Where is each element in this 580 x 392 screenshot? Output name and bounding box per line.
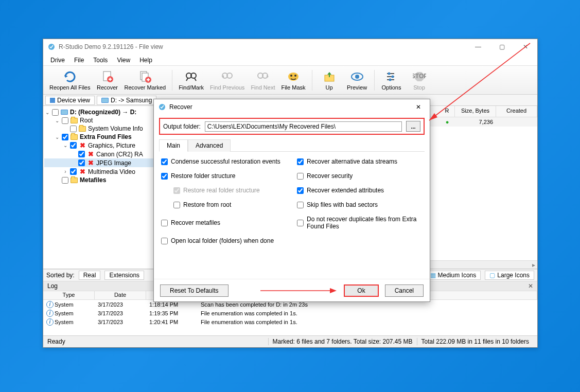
tree-label: Canon (CR2) RA xyxy=(96,151,143,158)
tree-root[interactable]: ⌄ D: (Recognized0) → D: xyxy=(44,108,154,116)
option-checkbox[interactable]: Skip files with bad sectors xyxy=(297,201,423,208)
minimize-button[interactable]: — xyxy=(466,39,490,55)
log-cell: 3/17/2023 xyxy=(95,310,146,316)
tool-find-previous[interactable]: Find Previous xyxy=(208,67,247,94)
expand-icon[interactable]: ⌄ xyxy=(54,118,60,123)
recover-dialog: Recover ✕ Output folder: ... Main Advanc… xyxy=(153,99,430,302)
col-size[interactable]: Size, Bytes xyxy=(455,106,496,117)
log-cell: 1:19:35 PM xyxy=(146,310,198,316)
tab-advanced[interactable]: Advanced xyxy=(188,139,231,152)
close-button[interactable]: ✕ xyxy=(514,39,537,55)
tree-checkbox[interactable] xyxy=(78,159,85,166)
ok-button[interactable]: Ok xyxy=(344,284,378,297)
tree-pane[interactable]: ⌄ D: (Recognized0) → D: ⌄RootSystem Volu… xyxy=(43,106,155,269)
tool-reopen-all[interactable]: Reopen All Files xyxy=(47,67,93,94)
option-checkbox[interactable]: Restore folder structure xyxy=(161,172,287,180)
menu-view[interactable]: View xyxy=(113,56,134,65)
x-red-icon: ✖ xyxy=(86,159,95,167)
window-controls: — ▢ ✕ xyxy=(466,39,537,55)
tool-stop[interactable]: STOPStop xyxy=(407,67,432,94)
tree-label: Extra Found Files xyxy=(80,133,132,140)
tree-checkbox[interactable] xyxy=(52,109,59,116)
expand-icon[interactable]: ⌄ xyxy=(54,134,60,140)
svg-point-17 xyxy=(355,75,359,79)
tree-label: Metafiles xyxy=(80,176,106,184)
option-checkbox[interactable]: Do not recover duplicate files from Extr… xyxy=(297,216,423,230)
tree-label: Multimedia Video xyxy=(88,168,135,175)
cell-size: 7,236 xyxy=(455,119,496,125)
option-checkbox[interactable]: Open local folder (folders) when done xyxy=(161,237,287,244)
log-close-button[interactable]: ✕ xyxy=(528,282,533,290)
log-cell-text: File enumeration was completed in 1s. xyxy=(198,319,537,325)
menu-help[interactable]: Help xyxy=(135,56,156,65)
tree-node[interactable]: System Volume Info xyxy=(44,124,154,133)
tool-find-mark[interactable]: Find/Mark xyxy=(177,67,206,94)
log-col-date[interactable]: Date xyxy=(95,291,146,299)
svg-point-20 xyxy=(389,79,391,81)
tree-node[interactable]: ⌄✖Graphics, Picture xyxy=(44,141,154,150)
tree-node[interactable]: ⌄Extra Found Files xyxy=(44,133,154,141)
tree-node[interactable]: ✖JPEG Image xyxy=(44,158,154,167)
cancel-button[interactable]: Cancel xyxy=(385,284,424,297)
option-checkbox[interactable]: Recover security xyxy=(297,172,423,180)
x-red-icon: ✖ xyxy=(86,150,95,158)
tree-checkbox[interactable] xyxy=(70,142,77,149)
tool-up[interactable]: Up xyxy=(317,67,342,94)
large-icons-button[interactable]: ▢Large Icons xyxy=(485,271,534,280)
tool-preview[interactable]: Preview xyxy=(344,67,370,94)
tree-checkbox[interactable] xyxy=(70,126,77,132)
menubar: Drive File Tools View Help xyxy=(43,55,537,66)
folder-icon xyxy=(70,134,78,140)
log-row[interactable]: iSystem3/17/20231:19:35 PMFile enumerati… xyxy=(43,309,537,317)
tree-checkbox[interactable] xyxy=(62,177,68,184)
expand-icon[interactable]: ⌄ xyxy=(44,110,50,115)
log-cell: 3/17/2023 xyxy=(95,319,146,325)
tree-checkbox[interactable] xyxy=(70,168,77,175)
tool-find-next[interactable]: Find Next xyxy=(249,67,277,94)
medium-icons-button[interactable]: ▦Medium Icons xyxy=(426,271,481,280)
tab-main[interactable]: Main xyxy=(159,139,188,152)
option-checkbox[interactable]: Recover extended attributes xyxy=(297,187,423,194)
tool-file-mask[interactable]: File Mask xyxy=(279,67,307,94)
maximize-button[interactable]: ▢ xyxy=(490,39,514,55)
output-folder-input[interactable] xyxy=(205,121,402,132)
tree-checkbox[interactable] xyxy=(62,134,68,140)
tool-recover-marked[interactable]: Recover Marked xyxy=(122,67,168,94)
tree-checkbox[interactable] xyxy=(62,117,68,124)
reset-defaults-button[interactable]: Reset To Defaults xyxy=(160,284,229,297)
log-cell: 3/17/2023 xyxy=(95,301,146,308)
tree-label: System Volume Info xyxy=(88,125,143,132)
expand-icon[interactable]: › xyxy=(62,169,68,174)
tool-options[interactable]: Options xyxy=(379,67,405,94)
menu-file[interactable]: File xyxy=(70,56,88,65)
tree-node[interactable]: ✖Canon (CR2) RA xyxy=(44,150,154,158)
sorted-by-label: Sorted by: xyxy=(46,272,75,279)
option-checkbox[interactable]: Recover metafiles xyxy=(161,216,287,230)
log-cell-text: File enumeration was completed in 1s. xyxy=(198,310,537,316)
tree-node[interactable]: Metafiles xyxy=(44,176,154,184)
tool-recover[interactable]: Recover xyxy=(95,67,120,94)
tree-node[interactable]: ›✖Multimedia Video xyxy=(44,167,154,176)
col-r[interactable]: R xyxy=(440,106,455,117)
tree-checkbox[interactable] xyxy=(78,151,85,157)
svg-point-14 xyxy=(294,75,296,77)
sort-extensions-button[interactable]: Extensions xyxy=(104,271,144,280)
option-checkbox[interactable]: Recover alternative data streams xyxy=(297,158,423,165)
expand-icon[interactable]: ⌄ xyxy=(62,142,68,148)
menu-drive[interactable]: Drive xyxy=(46,56,69,65)
log-col-type[interactable]: Type xyxy=(43,291,95,299)
status-ready: Ready xyxy=(47,338,65,345)
dialog-close-button[interactable]: ✕ xyxy=(407,99,430,115)
tree-label: JPEG Image xyxy=(96,159,131,167)
col-created[interactable]: Created xyxy=(496,106,537,117)
sort-real-button[interactable]: Real xyxy=(79,271,101,280)
tree-root-label: D: (Recognized0) → D: xyxy=(70,109,136,116)
tab-drive-view[interactable]: D: -> Samsung xyxy=(97,96,156,105)
option-checkbox[interactable]: Condense successful restoration events xyxy=(161,158,287,165)
log-row[interactable]: iSystem3/17/20231:20:41 PMFile enumerati… xyxy=(43,317,537,326)
option-checkbox[interactable]: Restore from root xyxy=(161,201,287,208)
tab-device-view[interactable]: Device view xyxy=(45,96,95,105)
browse-button[interactable]: ... xyxy=(406,121,420,132)
menu-tools[interactable]: Tools xyxy=(89,56,112,65)
tree-node[interactable]: ⌄Root xyxy=(44,116,154,124)
